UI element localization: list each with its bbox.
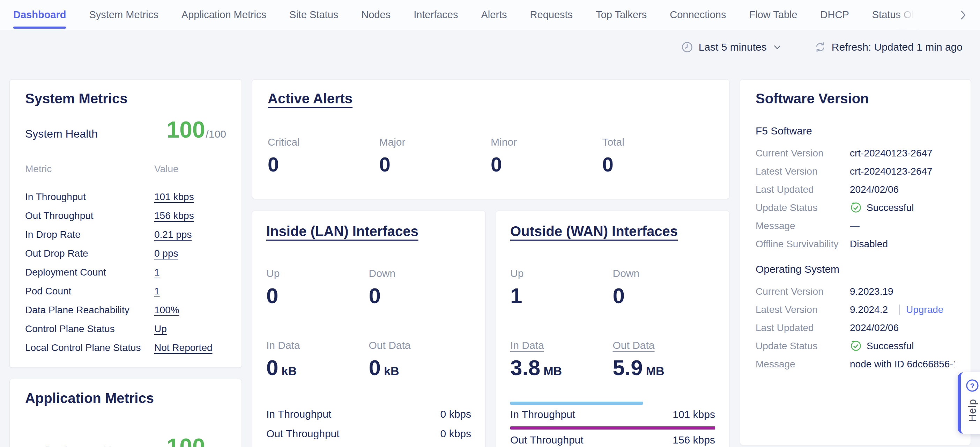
wan-down-label: Down: [613, 268, 640, 279]
nav-tab[interactable]: Top Talkers: [596, 0, 647, 30]
nav-tab[interactable]: DHCP: [821, 0, 849, 30]
metric-value-link[interactable]: Up: [154, 324, 167, 334]
nav-tab-label: Top Talkers: [596, 9, 647, 21]
wan-out-data-value: 5.9: [613, 357, 643, 378]
metric-table-row: Control Plane Status Up: [25, 324, 226, 334]
wan-in-throughput-label: In Throughput: [510, 409, 575, 420]
software-row-value: 9.2023.19: [850, 286, 893, 297]
upgrade-link[interactable]: Upgrade: [906, 304, 943, 315]
software-row-label: Last Updated: [756, 322, 850, 334]
metric-table-row: In Throughput 101 kbps: [25, 192, 226, 202]
nav-tab[interactable]: Application Metrics: [181, 0, 266, 30]
nav-tab[interactable]: Site Status: [290, 0, 338, 30]
lan-in-throughput-row: In Throughput 0 kbps: [266, 409, 471, 420]
nav-overflow-chevron-right-icon[interactable]: [961, 10, 966, 20]
wan-out-throughput-bar: [510, 426, 715, 429]
alert-stat: Critical 0: [268, 136, 379, 175]
wan-down-stat: Down 0: [613, 268, 716, 307]
nav-tab[interactable]: System Metrics: [89, 0, 158, 30]
software-row-label: Current Version: [756, 286, 850, 297]
metric-value-link[interactable]: 100%: [154, 305, 180, 315]
divider: [899, 305, 900, 315]
wan-out-data-stat: Out Data 5.9 MB: [613, 340, 716, 382]
metric-value-link[interactable]: 0.21 pps: [154, 230, 192, 239]
software-row-value: Successful: [867, 202, 914, 213]
refresh-control[interactable]: Refresh: Updated 1 min ago: [814, 41, 963, 53]
nav-tab-label: Flow Table: [749, 9, 797, 21]
refresh-status-label: Refresh: Updated 1 min ago: [832, 41, 963, 53]
wan-in-throughput-row: In Throughput 101 kbps: [510, 409, 715, 420]
software-version-row: Latest Version 9.2024.2 Upgr: [756, 304, 955, 316]
metric-value-link[interactable]: 1: [154, 286, 160, 296]
nav-tab[interactable]: Requests: [530, 0, 573, 30]
software-version-row: Update Status Successful: [756, 340, 955, 352]
lan-down-label: Down: [369, 268, 396, 279]
lan-interfaces-card: Inside (LAN) Interfaces Up 0 Down 0 In D…: [252, 211, 485, 447]
system-health-score: 100: [167, 118, 205, 141]
nav-tab[interactable]: Dashboard: [13, 0, 66, 30]
wan-out-throughput-row: Out Throughput 156 kbps: [510, 434, 715, 445]
lan-out-throughput-row: Out Throughput 0 kbps: [266, 428, 471, 439]
lan-in-throughput-label: In Throughput: [266, 409, 331, 420]
sync-success-icon: [850, 202, 862, 214]
metric-table-row: Data Plane Reachability 100%: [25, 305, 226, 315]
alert-stat-label: Minor: [491, 136, 602, 148]
nav-tab[interactable]: Alerts: [481, 0, 507, 30]
metric-value-link[interactable]: Not Reported: [154, 343, 213, 353]
nav-tab-label: Alerts: [481, 9, 507, 21]
software-row-value: Successful: [867, 340, 914, 352]
lan-interfaces-title-link[interactable]: Inside (LAN) Interfaces: [266, 224, 418, 238]
application-health-label: Application Health: [25, 445, 115, 447]
chevron-down-icon: [774, 45, 781, 49]
metric-label: Out Drop Rate: [25, 249, 154, 259]
system-metrics-card: System Metrics System Health 100 /100 Me…: [10, 79, 242, 368]
metric-value-link[interactable]: 101 kbps: [154, 192, 194, 202]
nav-tab-label: Site Status: [290, 9, 338, 21]
nav-tab[interactable]: Nodes: [361, 0, 391, 30]
system-metrics-title: System Metrics: [25, 91, 127, 105]
nav-tab-label: Nodes: [361, 9, 391, 21]
help-tab-label: Help: [966, 399, 978, 422]
metric-value-link[interactable]: 156 kbps: [154, 211, 194, 221]
svg-text:?: ?: [970, 382, 974, 390]
wan-in-throughput-bar: [510, 402, 643, 405]
metric-value-link[interactable]: 0 pps: [154, 249, 178, 259]
nav-tab[interactable]: Flow Table: [749, 0, 797, 30]
active-alerts-title-link[interactable]: Active Alerts: [268, 91, 353, 105]
nav-tab-label: Status Ob: [872, 9, 917, 21]
alert-stat-value: 0: [379, 154, 491, 175]
metric-label: Control Plane Status: [25, 324, 154, 334]
wan-interfaces-title-link[interactable]: Outside (WAN) Interfaces: [510, 224, 678, 238]
software-row-label: Message: [756, 220, 850, 231]
lan-down-value: 0: [369, 285, 471, 307]
alert-stat-value: 0: [602, 154, 714, 175]
software-row-label: Update Status: [756, 202, 850, 213]
metric-value-link[interactable]: 1: [154, 268, 160, 277]
lan-out-data-stat: Out Data 0 kB: [369, 340, 471, 382]
metric-table-row: Out Throughput 156 kbps: [25, 211, 226, 221]
nav-tab[interactable]: Interfaces: [414, 0, 458, 30]
alert-stat: Major 0: [379, 136, 491, 175]
wan-interfaces-card: Outside (WAN) Interfaces Up 1 Down 0 In …: [496, 211, 729, 447]
application-metrics-title: Application Metrics: [25, 391, 154, 405]
nav-tab[interactable]: Status Ob: [872, 0, 917, 30]
lan-out-data-label: Out Data: [369, 340, 411, 351]
application-health-score: 100: [167, 435, 205, 447]
metric-label: Data Plane Reachability: [25, 305, 154, 315]
time-range-selector[interactable]: Last 5 minutes: [681, 41, 781, 53]
software-row-value: —: [850, 220, 860, 231]
alert-stat-label: Total: [602, 136, 714, 148]
software-row-value: 2024/02/06: [850, 322, 899, 334]
wan-in-throughput-value: 101 kbps: [673, 409, 715, 420]
f5-software-heading: F5 Software: [756, 125, 955, 137]
clock-icon: [681, 41, 693, 53]
wan-in-data-link[interactable]: In Data: [510, 340, 544, 351]
wan-out-data-link[interactable]: Out Data: [613, 340, 655, 351]
nav-tab-label: Dashboard: [13, 9, 66, 21]
lan-in-throughput-value: 0 kbps: [441, 409, 471, 420]
wan-out-throughput-value: 156 kbps: [673, 434, 715, 445]
software-row-label: Offline Survivability: [756, 238, 850, 250]
help-tab[interactable]: ? Help: [958, 372, 980, 434]
metric-label: Deployment Count: [25, 268, 154, 277]
nav-tab[interactable]: Connections: [670, 0, 726, 30]
